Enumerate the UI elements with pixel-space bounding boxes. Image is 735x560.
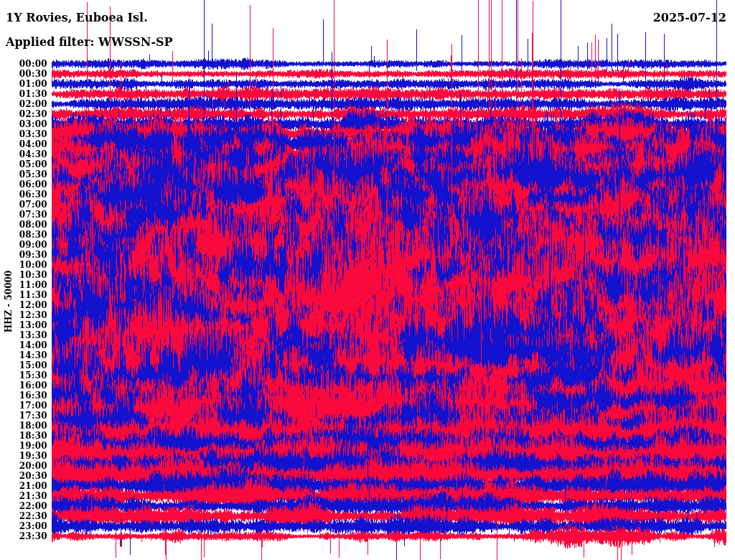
time-label-2300: 23:00 [0, 521, 47, 531]
time-label-1500: 15:00 [0, 360, 47, 370]
time-label-1530: 15:30 [0, 370, 47, 381]
time-label-0730: 07:30 [0, 210, 47, 220]
time-label-0230: 02:30 [0, 109, 47, 119]
date-label: 2025-07-12 [653, 11, 726, 24]
time-label-1030: 10:30 [0, 270, 47, 280]
time-label-1630: 16:30 [0, 391, 47, 401]
time-label-0130: 01:30 [0, 89, 47, 99]
time-label-0800: 08:00 [0, 220, 47, 230]
time-label-1330: 13:30 [0, 330, 47, 340]
time-label-0430: 04:30 [0, 149, 47, 159]
helicorder-page: 1Y Rovies, Euboea Isl. Applied filter: W… [0, 0, 735, 560]
time-label-0300: 03:00 [0, 119, 47, 129]
time-label-1400: 14:00 [0, 340, 47, 350]
time-label-0930: 09:30 [0, 250, 47, 260]
time-label-0100: 01:00 [0, 79, 47, 89]
time-label-0400: 04:00 [0, 139, 47, 149]
seismogram-traces-canvas [0, 0, 735, 560]
time-label-1200: 12:00 [0, 300, 47, 310]
time-label-1930: 19:30 [0, 451, 47, 461]
time-label-1300: 13:00 [0, 320, 47, 330]
time-label-0830: 08:30 [0, 230, 47, 240]
time-label-2000: 20:00 [0, 461, 47, 471]
time-label-0330: 03:30 [0, 129, 47, 139]
time-label-2230: 22:30 [0, 511, 47, 521]
time-label-0900: 09:00 [0, 240, 47, 250]
applied-filter-label: Applied filter: WWSSN-SP [6, 35, 173, 49]
time-label-1000: 10:00 [0, 260, 47, 270]
time-label-2030: 20:30 [0, 471, 47, 481]
time-label-1230: 12:30 [0, 310, 47, 320]
time-label-0500: 05:00 [0, 159, 47, 169]
time-label-2330: 23:30 [0, 531, 47, 541]
station-title: 1Y Rovies, Euboea Isl. [6, 11, 148, 24]
time-label-0200: 02:00 [0, 99, 47, 109]
time-label-1800: 18:00 [0, 421, 47, 431]
time-label-0600: 06:00 [0, 179, 47, 190]
time-label-1100: 11:00 [0, 280, 47, 290]
time-label-2200: 22:00 [0, 501, 47, 511]
time-label-0700: 07:00 [0, 200, 47, 210]
time-label-0630: 06:30 [0, 190, 47, 200]
time-label-0000: 00:00 [0, 59, 47, 69]
time-label-2130: 21:30 [0, 491, 47, 501]
time-label-1430: 14:30 [0, 350, 47, 360]
time-label-1900: 19:00 [0, 441, 47, 451]
time-label-0530: 05:30 [0, 169, 47, 179]
time-label-1130: 11:30 [0, 290, 47, 300]
time-label-1830: 18:30 [0, 431, 47, 441]
time-label-1600: 16:00 [0, 381, 47, 391]
time-label-1730: 17:30 [0, 411, 47, 421]
time-label-2100: 21:00 [0, 481, 47, 491]
time-label-1700: 17:00 [0, 401, 47, 411]
time-label-0030: 00:30 [0, 69, 47, 79]
